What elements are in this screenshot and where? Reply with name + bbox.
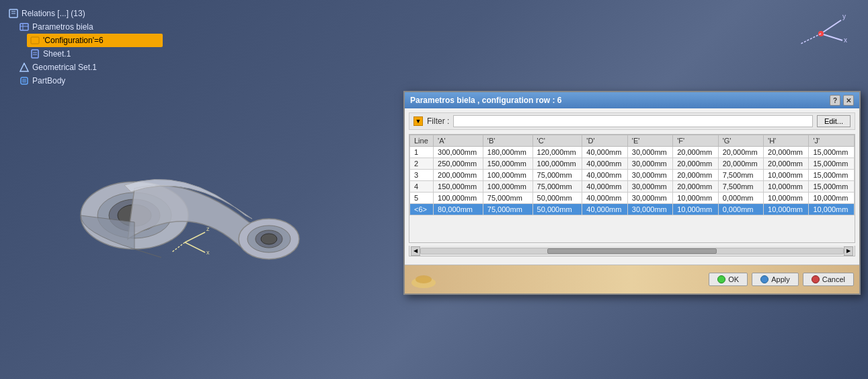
filter-label: Filter : <box>427 116 449 126</box>
cell-D-row-5: 40,000mm <box>582 193 627 204</box>
cell-J-row-2: 15,000mm <box>809 158 855 170</box>
dialog-title-buttons: ? ✕ <box>830 95 854 106</box>
table-icon <box>19 22 30 32</box>
cell-H-row-2: 20,000mm <box>764 158 809 170</box>
cell-A-row-4: 150,000mm <box>434 181 483 193</box>
dialog-titlebar: Parametros biela , configuration row : 6… <box>405 92 859 108</box>
dialog-bottom: OK Apply Cancel <box>405 265 859 294</box>
svg-text:x: x <box>206 249 210 256</box>
cell-G-row-4: 7,500mm <box>718 181 763 193</box>
cell-G-row-2: 20,000mm <box>718 158 763 170</box>
col-header-j: 'J' <box>809 135 855 147</box>
table-row[interactable]: 2250,000mm150,000mm100,000mm40,000mm30,0… <box>410 158 855 170</box>
cell-E-row-2: 30,000mm <box>627 158 672 170</box>
hscroll-right-arrow[interactable]: ▶ <box>844 246 853 256</box>
cell-line-row-6: <6> <box>410 204 434 215</box>
apply-button[interactable]: Apply <box>752 273 799 286</box>
apply-label: Apply <box>771 275 790 283</box>
cell-F-row-3: 20,000mm <box>673 170 718 181</box>
tree-item-sheet1[interactable]: Sheet.1 <box>27 47 163 61</box>
cell-B-row-3: 100,000mm <box>483 170 532 181</box>
cell-A-row-3: 200,000mm <box>434 170 483 181</box>
cell-F-row-4: 20,000mm <box>673 181 718 193</box>
tree-label-parametros: Parametros biela <box>32 22 93 32</box>
cell-B-row-6: 75,000mm <box>483 204 532 215</box>
cell-A-row-5: 100,000mm <box>434 193 483 204</box>
config-table: Line 'A' 'B' 'C' 'D' 'E' 'F' 'G' 'H' 'J' <box>409 135 855 215</box>
cell-F-row-2: 20,000mm <box>673 158 718 170</box>
hscroll-left-arrow[interactable]: ◀ <box>411 246 420 256</box>
cancel-label: Cancel <box>822 275 845 283</box>
cell-H-row-3: 10,000mm <box>764 170 809 181</box>
svg-line-5 <box>801 34 821 44</box>
cell-H-row-6: 10,000mm <box>764 204 809 215</box>
cell-E-row-3: 30,000mm <box>627 170 672 181</box>
tree-item-part-body[interactable]: PartBody <box>16 74 163 88</box>
svg-line-31 <box>171 242 185 252</box>
col-header-d: 'D' <box>582 135 627 147</box>
svg-line-0 <box>821 20 841 34</box>
cell-H-row-4: 10,000mm <box>764 181 809 193</box>
cell-G-row-3: 7,500mm <box>718 170 763 181</box>
bottom-deco <box>410 269 437 289</box>
svg-line-29 <box>185 242 205 252</box>
cell-J-row-6: 10,000mm <box>809 204 855 215</box>
cell-B-row-2: 150,000mm <box>483 158 532 170</box>
svg-line-2 <box>821 34 842 40</box>
svg-marker-16 <box>20 63 28 71</box>
svg-point-33 <box>416 275 432 283</box>
tree-item-geo-set[interactable]: Geometrical Set.1 <box>16 61 163 74</box>
hscroll-thumb[interactable] <box>547 248 716 254</box>
table-scroll-area[interactable]: Line 'A' 'B' 'C' 'D' 'E' 'F' 'G' 'H' 'J' <box>409 135 855 242</box>
cell-E-row-4: 30,000mm <box>627 181 672 193</box>
cell-C-row-1: 120,000mm <box>532 147 582 158</box>
table-row[interactable]: 1300,000mm180,000mm120,000mm40,000mm30,0… <box>410 147 855 158</box>
hscroll-bar[interactable]: ◀ ▶ <box>409 246 855 256</box>
help-button[interactable]: ? <box>830 95 840 106</box>
col-header-h: 'H' <box>764 135 809 147</box>
filter-icon: ▼ <box>413 116 423 126</box>
cell-C-row-5: 50,000mm <box>532 193 582 204</box>
table-row[interactable]: 4150,000mm100,000mm75,000mm40,000mm30,00… <box>410 181 855 193</box>
hscroll-track[interactable] <box>420 248 844 254</box>
cell-A-row-6: 80,000mm <box>434 204 483 215</box>
table-row[interactable]: <6>80,000mm75,000mm50,000mm40,000mm30,00… <box>410 204 855 215</box>
col-header-g: 'G' <box>718 135 763 147</box>
svg-text:z: z <box>206 226 210 232</box>
cell-E-row-5: 30,000mm <box>627 193 672 204</box>
ok-label: OK <box>728 275 739 283</box>
table-row[interactable]: 5100,000mm75,000mm50,000mm40,000mm30,000… <box>410 193 855 204</box>
cell-C-row-2: 100,000mm <box>532 158 582 170</box>
config-icon <box>30 35 40 46</box>
cell-D-row-6: 40,000mm <box>582 204 627 215</box>
tree-item-parametros[interactable]: Parametros biela <box>16 20 163 34</box>
relations-icon <box>8 8 19 19</box>
cell-J-row-1: 15,000mm <box>809 147 855 158</box>
svg-rect-9 <box>20 24 28 30</box>
svg-point-26 <box>261 234 277 244</box>
cell-line-row-2: 2 <box>410 158 434 170</box>
svg-rect-13 <box>32 50 38 58</box>
cell-G-row-5: 0,000mm <box>718 193 763 204</box>
part-3d-view: z x <box>54 108 336 310</box>
table-row[interactable]: 3200,000mm100,000mm75,000mm40,000mm30,00… <box>410 170 855 181</box>
dialog-config: Parametros biela , configuration row : 6… <box>403 91 861 295</box>
tree-item-relations[interactable]: Relations [...] (13) <box>5 7 163 20</box>
cell-J-row-3: 15,000mm <box>809 170 855 181</box>
cell-F-row-5: 10,000mm <box>673 193 718 204</box>
cell-A-row-1: 300,000mm <box>434 147 483 158</box>
cell-D-row-3: 40,000mm <box>582 170 627 181</box>
tree-label-configuration: 'Configuration'=6 <box>43 36 104 45</box>
edit-button[interactable]: Edit... <box>817 115 851 127</box>
filter-input[interactable] <box>453 115 813 127</box>
cell-J-row-5: 10,000mm <box>809 193 855 204</box>
tree-item-configuration[interactable]: 'Configuration'=6 <box>27 34 163 47</box>
cancel-button[interactable]: Cancel <box>803 273 854 286</box>
dialog-body: ▼ Filter : Edit... Line 'A' 'B' 'C' 'D' … <box>405 108 859 265</box>
axis-indicator: y x <box>794 7 848 61</box>
ok-button[interactable]: OK <box>709 273 748 286</box>
close-button[interactable]: ✕ <box>843 95 854 106</box>
cell-F-row-1: 20,000mm <box>673 147 718 158</box>
cell-G-row-6: 0,000mm <box>718 204 763 215</box>
cell-B-row-1: 180,000mm <box>483 147 532 158</box>
